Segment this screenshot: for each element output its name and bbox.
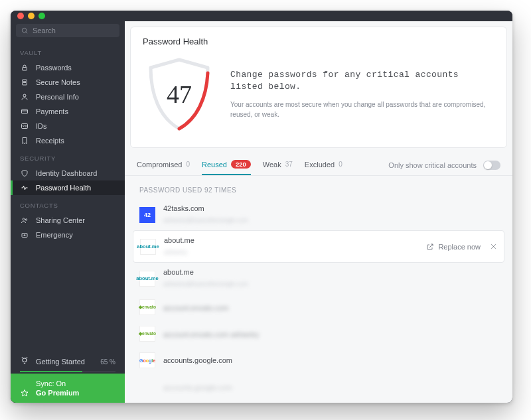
tab-excluded[interactable]: Excluded 0	[305, 161, 342, 175]
sidebar-item-label: Passwords	[36, 64, 72, 72]
section-security-title: SECURITY	[11, 148, 125, 166]
list-item[interactable]: Google accounts.google.com	[127, 347, 510, 374]
sidebar-item-label: Secure Notes	[36, 78, 80, 86]
svg-point-14	[25, 219, 27, 221]
card-icon	[20, 107, 29, 115]
sync-label: Sync: On	[36, 380, 66, 387]
person-icon	[20, 93, 29, 101]
close-window-button[interactable]	[17, 13, 24, 19]
sidebar: Search VAULT Passwords Secure Notes Pers…	[11, 21, 125, 403]
sync-status[interactable]: Sync: On	[20, 379, 115, 388]
sidebar-item-label: Receipts	[36, 137, 64, 145]
svg-line-1	[26, 31, 27, 33]
heartbeat-icon	[20, 184, 29, 192]
row-title: accounts.google.com	[163, 384, 232, 391]
row-title: account.envato.com adriantry	[163, 330, 259, 338]
group-header: PASSWORD USED 92 TIMES	[127, 176, 510, 199]
tab-compromised[interactable]: Compromised 0	[137, 161, 190, 175]
sidebar-item-identity-dashboard[interactable]: Identity Dashboard	[11, 166, 125, 180]
app-window: Search VAULT Passwords Secure Notes Pers…	[11, 11, 512, 403]
lightbulb-icon	[20, 356, 29, 367]
zoom-window-button[interactable]	[38, 13, 45, 19]
replace-now-label: Replace now	[438, 243, 481, 251]
row-title: 42tasks.com	[163, 204, 248, 212]
search-icon	[21, 27, 29, 35]
people-icon	[20, 216, 29, 224]
minimize-window-button[interactable]	[28, 13, 35, 19]
site-favicon-google: Google	[139, 352, 155, 368]
sidebar-item-passwords[interactable]: Passwords	[11, 60, 125, 75]
site-favicon-envato: ◆envato	[139, 326, 155, 342]
premium-label: Go Premium	[36, 389, 79, 397]
sidebar-item-emergency[interactable]: Emergency	[11, 228, 125, 242]
tab-count-pill: 220	[231, 160, 251, 169]
sidebar-item-label: IDs	[36, 122, 47, 130]
close-icon[interactable]	[490, 243, 497, 250]
getting-started-percent: 65 %	[100, 358, 115, 366]
list-item[interactable]: about.me about.me adriantry Replace now	[133, 230, 504, 263]
sidebar-item-label: Identity Dashboard	[36, 169, 97, 177]
sidebar-item-label: Password Health	[36, 184, 91, 192]
svg-point-18	[23, 358, 27, 362]
row-subtitle: adriantry@tryanothersingle.com	[163, 217, 248, 224]
id-icon	[20, 122, 29, 130]
receipt-icon	[20, 137, 29, 145]
row-title: accounts.google.com	[163, 356, 232, 364]
tab-reused[interactable]: Reused 220	[202, 160, 251, 175]
sidebar-item-label: Sharing Center	[36, 216, 85, 224]
svg-point-0	[22, 28, 26, 32]
svg-line-20	[22, 357, 23, 358]
sidebar-item-label: Emergency	[36, 231, 73, 239]
list-item[interactable]: ◆envato account.envato.com adriantry	[127, 320, 510, 347]
svg-point-6	[23, 94, 26, 97]
health-card: Password Health 47 Change passwords for …	[130, 27, 507, 148]
score-heading: Change passwords for any critical accoun…	[230, 69, 494, 92]
sidebar-item-payments[interactable]: Payments	[11, 104, 125, 119]
section-contacts-title: CONTACTS	[11, 195, 125, 213]
progress-fill	[20, 371, 82, 372]
tab-label: Reused	[202, 161, 227, 169]
row-title: about.me	[164, 236, 194, 244]
row-title: account.envato.com	[163, 304, 228, 312]
health-score: 47	[167, 80, 192, 109]
star-icon	[20, 389, 29, 397]
svg-point-10	[23, 125, 25, 127]
titlebar	[11, 11, 512, 21]
list-item[interactable]: about.me about.me adriantry@tryanothersi…	[127, 263, 510, 294]
site-favicon-42: 42	[139, 207, 155, 223]
score-subtext: Your accounts are most secure when you c…	[230, 100, 494, 119]
sidebar-item-personal-info[interactable]: Personal Info	[11, 90, 125, 104]
sidebar-item-secure-notes[interactable]: Secure Notes	[11, 75, 125, 90]
emergency-icon	[20, 231, 29, 239]
sidebar-item-receipts[interactable]: Receipts	[11, 133, 125, 148]
sidebar-item-ids[interactable]: IDs	[11, 119, 125, 133]
site-favicon-about: about.me	[140, 239, 156, 255]
go-premium-button[interactable]: Go Premium	[20, 388, 115, 397]
sidebar-item-password-health[interactable]: Password Health	[11, 180, 125, 195]
svg-rect-7	[22, 109, 28, 113]
list-item[interactable]: ◆envato account.envato.com	[127, 294, 510, 320]
progress-bar	[20, 371, 115, 372]
tab-count: 37	[285, 161, 293, 168]
toggle-knob	[484, 161, 492, 169]
getting-started-label: Getting Started	[36, 358, 85, 366]
card-title: Password Health	[143, 36, 494, 46]
score-shield: 47	[143, 54, 216, 134]
lock-icon	[20, 64, 29, 72]
site-favicon-about: about.me	[139, 271, 155, 287]
tab-weak[interactable]: Weak 37	[263, 161, 293, 175]
tab-count: 0	[186, 161, 190, 168]
password-list: PASSWORD USED 92 TIMES 42 42tasks.com ad…	[125, 176, 512, 403]
sidebar-item-sharing-center[interactable]: Sharing Center	[11, 213, 125, 228]
getting-started[interactable]: Getting Started 65 %	[11, 350, 125, 374]
list-item[interactable]: 42 42tasks.com adriantry@tryanothersingl…	[127, 199, 510, 230]
note-icon	[20, 78, 29, 86]
replace-now-button[interactable]: Replace now	[426, 243, 481, 251]
tab-label: Excluded	[305, 161, 335, 169]
critical-accounts-label: Only show critical accounts	[388, 161, 477, 169]
sidebar-item-label: Payments	[36, 107, 68, 115]
list-item[interactable]: accounts.google.com	[127, 374, 510, 400]
row-title: about.me	[163, 268, 248, 276]
search-input[interactable]: Search	[16, 24, 119, 37]
critical-accounts-toggle[interactable]	[483, 161, 500, 170]
